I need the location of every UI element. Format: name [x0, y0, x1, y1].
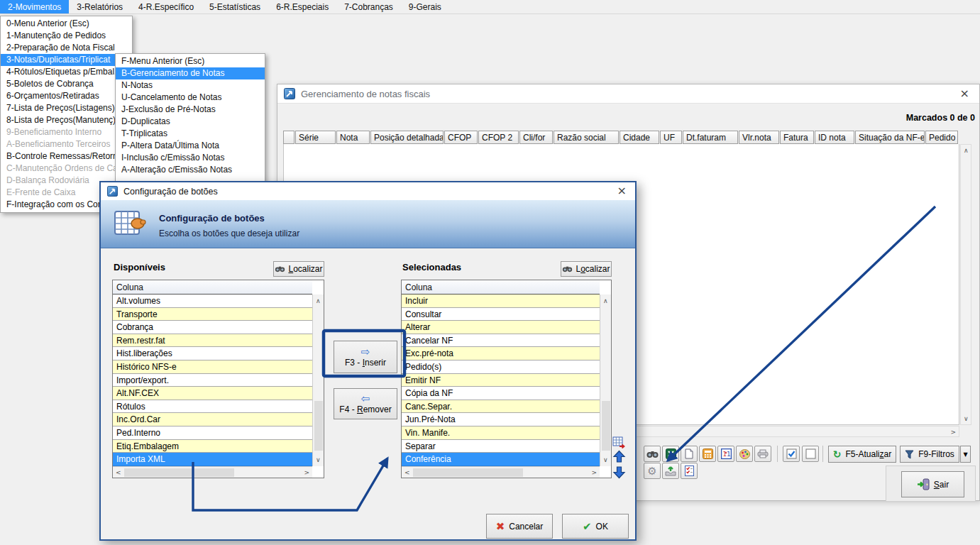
sair-button[interactable]: Sair [901, 471, 964, 497]
printer-button[interactable] [754, 446, 771, 462]
check-all-button[interactable] [783, 446, 800, 462]
column-header[interactable]: Fatura [780, 131, 814, 144]
column-header[interactable] [283, 131, 294, 144]
menubar-item[interactable]: 2-Movimentos [0, 0, 69, 13]
list-item[interactable]: Vin. Manife. [402, 426, 600, 440]
submenu-item[interactable]: T-Triplicatas [116, 128, 265, 140]
menubar-item[interactable]: 6-R.Especiais [268, 0, 336, 13]
column-header[interactable]: Cli/for [519, 131, 553, 144]
column-header[interactable]: CFOP [444, 131, 478, 144]
list-item[interactable]: Jun.Pré-Nota [402, 413, 600, 426]
add-column-icon[interactable] [612, 435, 626, 448]
menu-item[interactable]: 7-Lista de Preços(Listagens) [1, 102, 132, 114]
notas-close-icon[interactable]: × [960, 88, 969, 99]
f3-inserir-button[interactable]: ⇨ F3 - Inserir [334, 341, 397, 373]
column-header[interactable]: Pedido [925, 131, 958, 144]
checklist-button[interactable] [681, 463, 698, 479]
list-item[interactable]: Alt.NF.CEX [113, 387, 312, 400]
list-item[interactable]: Exc.pré-nota [402, 347, 600, 360]
column-header[interactable]: Dt.faturam [683, 131, 738, 144]
list-item[interactable]: Consultar [402, 308, 600, 321]
column-header[interactable]: Razão social [554, 131, 619, 144]
menu-item[interactable]: 8-Lista de Preços(Manutenç) [1, 114, 132, 126]
dialog-titlebar[interactable]: Configuração de botões × [101, 182, 635, 200]
f9-filtros-button[interactable]: F9-Filtros [900, 446, 959, 463]
list-item[interactable]: Import/export. [113, 374, 312, 387]
submenu-item[interactable]: D-Duplicatas [116, 116, 265, 128]
menu-item[interactable]: 6-Orçamentos/Retiradas [1, 90, 132, 102]
import-button[interactable] [662, 463, 679, 479]
column-header[interactable]: Série [295, 131, 336, 144]
menu-item[interactable]: C-Manutenção Ordens de Carga [1, 163, 132, 175]
listbox-vertical-scrollbar[interactable]: ∧∨ [312, 294, 324, 466]
scroll-thumb[interactable] [124, 468, 234, 477]
list-item[interactable]: Histórico NFS-e [113, 360, 312, 374]
filters-dropdown-button[interactable]: ▼ [960, 446, 971, 463]
list-item[interactable]: Rótulos [113, 400, 312, 414]
submenu-item[interactable]: A-Alteração c/Emissão Notas [116, 164, 265, 176]
ok-button[interactable]: ✔ OK [562, 514, 629, 539]
column-header[interactable]: UF [660, 131, 682, 144]
column-header[interactable]: Posição detalhada [370, 131, 444, 144]
list-item[interactable]: Incluir [402, 294, 600, 308]
list-item[interactable]: Pedido(s) [402, 360, 600, 374]
menubar-item[interactable]: 7-Cobranças [336, 0, 401, 13]
scroll-thumb[interactable] [602, 401, 610, 451]
submenu-item[interactable]: F-Menu Anterior (Esc) [116, 55, 265, 67]
list-item[interactable]: Ped.Interno [113, 426, 312, 440]
scroll-up-icon[interactable]: ∧ [316, 297, 321, 304]
menu-item[interactable]: A-Beneficiamento Terceiros [1, 138, 132, 150]
scroll-down-icon[interactable]: ∨ [964, 415, 969, 422]
selected-listbox[interactable]: ColunaIncluirConsultarAlterarCancelar NF… [401, 280, 612, 478]
list-item[interactable]: Cancelar NF [402, 334, 600, 348]
f5-atualizar-button[interactable]: ↻ F5-Atualizar [828, 446, 896, 463]
column-header[interactable]: CFOP 2 [478, 131, 519, 144]
list-item[interactable]: Importa XML [113, 453, 312, 466]
menubar-item[interactable]: 9-Gerais [401, 0, 449, 13]
menu-item[interactable]: 2-Preparação de Nota Fiscal [1, 42, 132, 54]
column-header[interactable]: Nota [336, 131, 370, 144]
order-columns-button[interactable]: 1 1 [717, 446, 734, 462]
list-item[interactable]: Separar [402, 440, 600, 453]
dialog-close-icon[interactable]: × [617, 185, 627, 197]
new-document-button[interactable] [681, 446, 698, 462]
settings-gear-button[interactable]: ⚙ [644, 463, 661, 479]
list-item[interactable]: Alt.volumes [113, 294, 312, 308]
menu-item[interactable]: 0-Menu Anterior (Esc) [1, 18, 132, 30]
list-item[interactable]: Cobrança [113, 321, 312, 334]
scroll-right-icon[interactable]: > [591, 469, 597, 476]
move-up-icon[interactable] [612, 450, 626, 463]
listbox-horizontal-scrollbar[interactable]: <> [402, 466, 600, 478]
excel-export-button[interactable] [662, 446, 679, 462]
column-header[interactable]: Situação da NF-e [855, 131, 925, 144]
list-item[interactable]: Hist.liberações [113, 347, 312, 360]
submenu-item[interactable]: U-Cancelamento de Notas [116, 92, 265, 104]
menu-item[interactable]: 4-Rótulos/Etiquetas p/Embal. [1, 66, 132, 78]
submenu-item[interactable]: N-Notas [116, 79, 265, 92]
column-header[interactable]: ID nota [815, 131, 854, 144]
scroll-down-icon[interactable]: ∨ [316, 456, 321, 463]
selected-localizar-button[interactable]: Localizar [561, 261, 612, 277]
f4-remover-button[interactable]: ⇦ F4 - Remover [334, 388, 397, 419]
scroll-thumb[interactable] [314, 401, 323, 451]
menu-item[interactable]: 5-Boletos de Cobrança [1, 78, 132, 90]
menubar-item[interactable]: 4-R.Específico [131, 0, 202, 13]
menu-item[interactable]: B-Controle Remessas/Retornos [1, 150, 132, 163]
available-listbox[interactable]: ColunaAlt.volumesTransporteCobrançaRem.r… [112, 280, 324, 478]
list-item[interactable]: Rem.restr.fat [113, 334, 312, 348]
cancelar-button[interactable]: ✖ Cancelar [486, 514, 553, 539]
list-item[interactable]: Inc.Ord.Car [113, 413, 312, 426]
scroll-right-icon[interactable]: > [304, 469, 309, 476]
submenu-item[interactable]: I-Inclusão c/Emissão Notas [116, 152, 265, 164]
list-item[interactable]: Transporte [113, 308, 312, 321]
uncheck-all-button[interactable] [802, 446, 819, 462]
scroll-up-icon[interactable]: ∧ [603, 297, 608, 304]
menu-item[interactable]: 1-Manutenção de Pedidos [1, 30, 132, 42]
list-item[interactable]: Conferência [402, 453, 600, 466]
menubar-item[interactable]: 3-Relatórios [69, 0, 131, 13]
notas-vertical-scrollbar[interactable]: ∧ ∨ [960, 144, 971, 425]
list-item[interactable]: Etiq.Embalagem [113, 440, 312, 453]
listbox-vertical-scrollbar[interactable]: ∧∨ [600, 294, 611, 466]
scroll-right-icon[interactable]: > [950, 429, 956, 436]
notas-window-titlebar[interactable]: Gerenciamento de notas fiscais × [277, 84, 979, 104]
